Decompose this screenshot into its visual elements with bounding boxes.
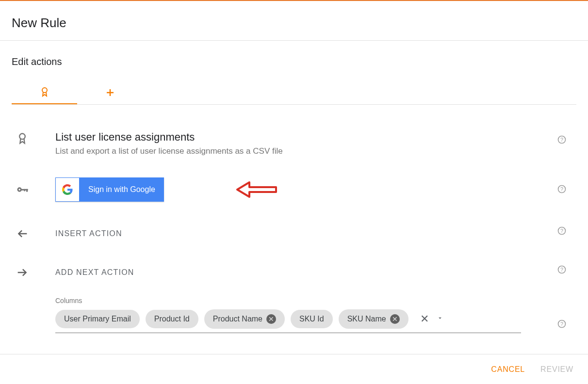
action-description: List and export a list of user license a…: [55, 146, 576, 156]
chip-label: Product Name: [213, 315, 262, 323]
columns-chips[interactable]: User Primary EmailProduct IdProduct Name…: [55, 309, 521, 333]
dropdown-icon[interactable]: [437, 315, 443, 323]
action-summary-row: List user license assignments List and e…: [12, 131, 576, 156]
svg-point-1: [19, 134, 25, 140]
columns-row: Columns User Primary EmailProduct IdProd…: [12, 297, 576, 333]
sign-in-with-google-button[interactable]: Sign in with Google: [55, 177, 164, 202]
svg-rect-8: [24, 189, 25, 192]
action-title: List user license assignments: [55, 131, 576, 144]
page-title: New Rule: [12, 16, 576, 31]
help-icon[interactable]: ?: [557, 226, 567, 238]
action-tabs: [12, 81, 576, 105]
chip-delete-icon[interactable]: ✕: [266, 314, 276, 324]
column-chip[interactable]: SKU Name✕: [339, 309, 408, 329]
svg-text:?: ?: [560, 228, 563, 234]
key-icon: [12, 183, 55, 196]
help-icon[interactable]: ?: [557, 319, 567, 331]
google-logo-icon: [56, 178, 79, 201]
chip-label: Product Id: [154, 315, 190, 323]
review-button[interactable]: REVIEW: [540, 365, 573, 374]
chip-label: User Primary Email: [64, 315, 131, 323]
svg-rect-7: [26, 189, 28, 192]
sign-in-label: Sign in with Google: [80, 185, 164, 194]
help-icon[interactable]: ?: [557, 184, 567, 196]
dialog-footer: CANCEL REVIEW: [0, 354, 588, 384]
insert-action-row[interactable]: INSERT ACTION ?: [12, 227, 576, 240]
svg-text:?: ?: [560, 186, 563, 192]
column-chip[interactable]: SKU Id: [291, 310, 333, 328]
tab-action-badge[interactable]: [12, 81, 77, 104]
section-title: Edit actions: [12, 56, 576, 67]
add-next-action-row[interactable]: ADD NEXT ACTION ?: [12, 266, 576, 279]
svg-point-0: [42, 88, 47, 93]
help-icon[interactable]: ?: [557, 265, 567, 276]
column-chip[interactable]: User Primary Email: [55, 310, 140, 328]
columns-label: Columns: [55, 297, 576, 304]
arrow-right-icon: [12, 266, 55, 279]
chip-delete-icon[interactable]: ✕: [390, 314, 400, 324]
arrow-left-icon: [12, 227, 55, 240]
svg-text:?: ?: [560, 267, 563, 272]
svg-text:?: ?: [560, 321, 563, 327]
clear-all-icon[interactable]: ✕: [420, 313, 429, 325]
chip-label: SKU Name: [347, 315, 386, 323]
help-icon[interactable]: ?: [557, 135, 567, 146]
column-chip[interactable]: Product Name✕: [204, 309, 285, 329]
badge-icon-gray: [12, 131, 55, 145]
chip-label: SKU Id: [299, 315, 324, 323]
tab-add-action[interactable]: [77, 81, 143, 104]
signin-row: Sign in with Google ?: [12, 177, 576, 202]
dialog-header: New Rule: [0, 0, 588, 41]
content-scroll[interactable]: Edit actions List user license assignmen…: [0, 41, 588, 341]
plus-icon: [104, 87, 116, 98]
svg-text:?: ?: [560, 137, 563, 143]
badge-icon: [39, 86, 50, 98]
red-arrow-annotation: [235, 176, 278, 203]
add-next-action-label: ADD NEXT ACTION: [55, 268, 576, 277]
insert-action-label: INSERT ACTION: [55, 229, 576, 238]
svg-point-5: [18, 189, 20, 191]
cancel-button[interactable]: CANCEL: [491, 365, 525, 374]
column-chip[interactable]: Product Id: [146, 310, 198, 328]
